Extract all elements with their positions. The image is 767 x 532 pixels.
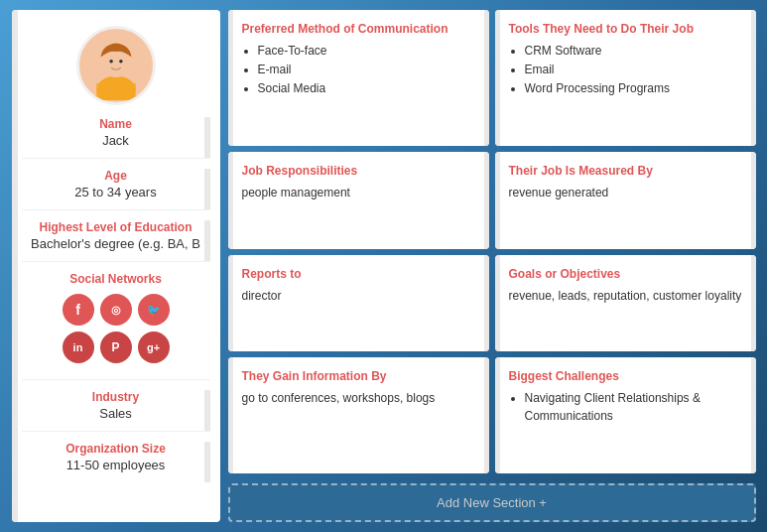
social-networks-section: Social Networks f ◎ 🐦 in P g+ bbox=[22, 272, 210, 380]
card-measured-by: Their Job Is Measured By revenue generat… bbox=[495, 152, 756, 249]
add-section-label: Add New Section + bbox=[437, 495, 547, 510]
card-challenges-content: Navigating Client Relationships & Commun… bbox=[509, 389, 742, 425]
page-container: Name Jack Age 25 to 34 years Highest Lev… bbox=[12, 10, 756, 522]
card-tools-title: Tools They Need to Do Their Job bbox=[509, 22, 742, 36]
industry-label: Industry bbox=[22, 390, 210, 404]
list-item: CRM Software bbox=[525, 42, 742, 60]
name-value: Jack bbox=[22, 133, 210, 148]
card-communication: Preferred Method of Communication Face-T… bbox=[228, 10, 489, 146]
svg-point-3 bbox=[119, 60, 123, 64]
age-label: Age bbox=[22, 169, 210, 183]
card-communication-content: Face-To-face E-mail Social Media bbox=[242, 42, 475, 97]
name-field: Name Jack bbox=[22, 117, 210, 159]
pinterest-icon[interactable]: P bbox=[100, 332, 132, 363]
card-measured-by-content: revenue generated bbox=[509, 184, 742, 201]
name-label: Name bbox=[22, 117, 210, 131]
industry-field: Industry Sales bbox=[22, 390, 210, 432]
instagram-icon[interactable]: ◎ bbox=[100, 294, 132, 326]
card-measured-by-title: Their Job Is Measured By bbox=[509, 164, 742, 178]
card-reports-to: Reports to director bbox=[228, 255, 489, 352]
org-size-value: 11-50 employees bbox=[22, 458, 210, 472]
avatar bbox=[76, 26, 156, 105]
svg-point-5 bbox=[129, 60, 133, 66]
card-responsibilities-content: people management bbox=[242, 184, 475, 201]
age-value: 25 to 34 years bbox=[22, 185, 210, 200]
social-icons-row-2: in P g+ bbox=[22, 332, 210, 363]
social-icons-row-1: f ◎ 🐦 bbox=[22, 294, 210, 326]
card-goals-content: revenue, leads, reputation, customer loy… bbox=[509, 287, 742, 305]
card-information: They Gain Information By go to conferenc… bbox=[228, 357, 489, 473]
industry-value: Sales bbox=[22, 406, 210, 421]
add-section-bar[interactable]: Add New Section + bbox=[228, 483, 756, 522]
card-information-title: They Gain Information By bbox=[242, 369, 475, 383]
card-responsibilities-title: Job Responsibilities bbox=[242, 164, 475, 178]
card-challenges-title: Biggest Challenges bbox=[509, 369, 742, 383]
svg-point-4 bbox=[98, 60, 102, 66]
svg-point-2 bbox=[109, 60, 113, 64]
card-reports-to-content: director bbox=[242, 287, 475, 305]
card-goals-title: Goals or Objectives bbox=[509, 267, 742, 281]
org-size-field: Organization Size 11-50 employees bbox=[22, 442, 210, 482]
facebook-icon[interactable]: f bbox=[63, 294, 94, 326]
education-label: Highest Level of Education bbox=[22, 220, 210, 234]
card-reports-to-title: Reports to bbox=[242, 267, 475, 281]
card-information-content: go to conferences, workshops, blogs bbox=[242, 389, 475, 407]
list-item: Word Processing Programs bbox=[525, 79, 742, 97]
linkedin-icon[interactable]: in bbox=[63, 332, 94, 363]
org-size-label: Organization Size bbox=[22, 442, 210, 456]
education-field: Highest Level of Education Bachelor's de… bbox=[22, 220, 210, 262]
google-plus-icon[interactable]: g+ bbox=[138, 332, 170, 363]
left-panel: Name Jack Age 25 to 34 years Highest Lev… bbox=[12, 10, 220, 522]
right-panel: Preferred Method of Communication Face-T… bbox=[228, 10, 756, 522]
cards-grid: Preferred Method of Communication Face-T… bbox=[228, 10, 756, 473]
card-goals: Goals or Objectives revenue, leads, repu… bbox=[495, 255, 756, 352]
card-challenges: Biggest Challenges Navigating Client Rel… bbox=[495, 357, 756, 473]
age-field: Age 25 to 34 years bbox=[22, 169, 210, 210]
list-item: Navigating Client Relationships & Commun… bbox=[525, 389, 742, 425]
list-item: Face-To-face bbox=[258, 42, 475, 60]
social-networks-label: Social Networks bbox=[22, 272, 210, 286]
education-value: Bachelor's degree (e.g. BA, B bbox=[22, 236, 210, 251]
list-item: Email bbox=[525, 61, 742, 78]
list-item: Social Media bbox=[258, 79, 475, 97]
card-tools: Tools They Need to Do Their Job CRM Soft… bbox=[495, 10, 756, 146]
card-responsibilities: Job Responsibilities people management bbox=[228, 152, 489, 249]
twitter-icon[interactable]: 🐦 bbox=[138, 294, 170, 326]
card-communication-title: Preferred Method of Communication bbox=[242, 22, 475, 36]
card-tools-content: CRM Software Email Word Processing Progr… bbox=[509, 42, 742, 97]
list-item: E-mail bbox=[258, 61, 475, 78]
